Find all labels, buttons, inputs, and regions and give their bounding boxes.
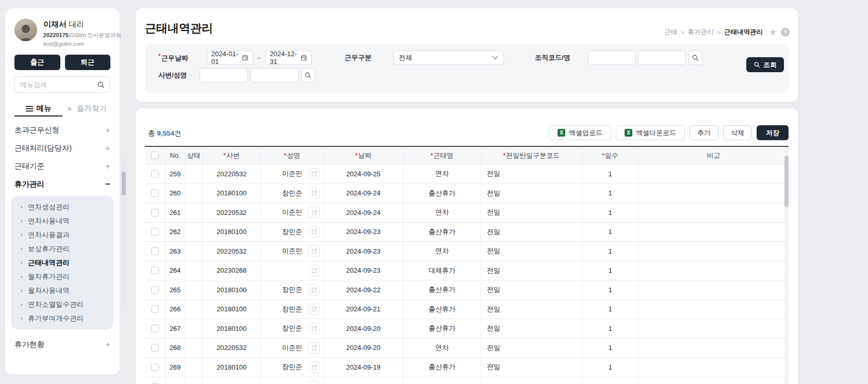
row-checkbox[interactable] [151, 363, 159, 371]
open-detail-button[interactable] [308, 226, 320, 238]
row-checkbox[interactable] [151, 286, 159, 294]
row-checkbox[interactable] [151, 209, 159, 216]
table-card: 총 9,554건 X 엑셀업로드 X 엑셀다운로드 추가 삭제 저장 No. 상… [136, 108, 798, 384]
row-checkbox[interactable] [151, 344, 159, 352]
subnav-item[interactable]: 보상휴가관리 [11, 242, 113, 256]
open-detail-button[interactable] [308, 284, 320, 295]
emp-no-input[interactable] [200, 68, 248, 82]
row-checkbox-cell [145, 300, 166, 319]
row-checkbox-cell [145, 203, 166, 222]
subnav-item[interactable]: 연차사용결과 [11, 228, 113, 242]
clock-out-button[interactable]: 퇴근 [65, 55, 111, 70]
emp-name-input[interactable] [250, 68, 299, 82]
row-checkbox[interactable] [151, 247, 159, 255]
nav-item[interactable]: 근태기준 + [14, 157, 110, 175]
open-detail-button[interactable] [308, 265, 320, 276]
work-date-to-input[interactable]: 2024-12-31 [265, 51, 312, 65]
calendar-icon[interactable] [242, 54, 249, 61]
cell-status [185, 223, 203, 242]
expander-icon[interactable]: + [105, 125, 110, 136]
org-search-button[interactable] [689, 51, 702, 65]
expander-icon[interactable]: + [105, 143, 110, 154]
breadcrumb-item[interactable]: 휴가관리 [688, 28, 714, 37]
cell-name-text: 이준민 [282, 208, 302, 217]
external-link-icon [312, 326, 317, 331]
org-name-input[interactable] [638, 51, 686, 65]
cell-emp-no: 20180100 [203, 319, 261, 338]
nav-item[interactable]: 휴가현황 + [14, 336, 110, 354]
open-detail-button[interactable] [308, 188, 320, 199]
subnav-item[interactable]: 연차생성관리 [11, 200, 113, 214]
delete-button[interactable]: 삭제 [723, 125, 752, 140]
add-button[interactable]: 추가 [690, 125, 718, 140]
expander-icon[interactable]: + [105, 340, 110, 350]
row-checkbox[interactable] [151, 228, 159, 236]
work-date-from-input[interactable]: 2024-01-01 [207, 51, 253, 65]
table-scrollbar-thumb[interactable] [784, 156, 789, 207]
external-link-icon [312, 210, 317, 215]
sidebar-scrollbar-thumb[interactable] [122, 172, 126, 195]
open-detail-button[interactable] [308, 342, 320, 354]
work-type-select[interactable]: 전체 [393, 51, 504, 65]
excel-upload-button[interactable]: X 엑셀업로드 [549, 125, 611, 140]
breadcrumb-item[interactable]: 근태 [664, 28, 677, 37]
search-icon [754, 61, 760, 68]
nav-item[interactable]: 휴가관리 − [14, 175, 110, 193]
open-detail-button[interactable] [308, 168, 320, 179]
cell-no: 267 [166, 319, 185, 338]
row-checkbox[interactable] [151, 266, 159, 274]
cell-days: 1 [582, 280, 638, 299]
save-button[interactable]: 저장 [757, 125, 789, 140]
calendar-icon[interactable] [301, 54, 307, 61]
subnav-item[interactable]: 월차사용내역 [11, 283, 113, 297]
row-checkbox[interactable] [151, 189, 159, 197]
favorite-star-icon[interactable]: ★ [768, 27, 777, 37]
open-detail-button[interactable] [308, 245, 320, 257]
cell-no: 266 [166, 300, 185, 319]
tab-menu[interactable]: 메뉴 [14, 102, 62, 116]
cell-date: 2024-09-21 [324, 300, 403, 319]
date-range-separator: ~ [257, 54, 261, 62]
emp-search-label: 사번/성명 [158, 71, 187, 80]
subnav-item-label: 월차휴가관리 [28, 272, 70, 281]
cell-no: 268 [166, 339, 185, 358]
open-detail-button[interactable] [308, 323, 320, 334]
subnav-item[interactable]: 근태내역관리 [11, 256, 113, 270]
select-all-checkbox[interactable] [151, 152, 159, 159]
table-row: 264 20230268 2024-09-23 대체휴가 전일 1 [145, 261, 789, 281]
cell-day-type: 전일 [481, 184, 582, 203]
subnav-item[interactable]: 연차소멸일수관리 [11, 297, 113, 311]
nav-item[interactable]: 근태처리(담당자) + [14, 139, 110, 157]
open-detail-button[interactable] [308, 361, 320, 373]
row-checkbox[interactable] [151, 170, 159, 178]
excel-download-button[interactable]: X 엑셀다운로드 [616, 125, 685, 140]
org-code-input[interactable] [588, 51, 636, 65]
subnav-item[interactable]: 월차휴가관리 [11, 270, 113, 283]
cell-no: 263 [166, 242, 185, 261]
breadcrumb-separator: > [681, 29, 684, 36]
emp-search-button[interactable] [301, 68, 315, 82]
nav-item[interactable]: 초과근무신청 + [14, 121, 110, 139]
avatar [14, 19, 37, 41]
tab-favorites[interactable]: ★ 즐겨찾기 [62, 102, 110, 116]
clock-in-button[interactable]: 출근 [14, 55, 60, 70]
open-detail-button[interactable] [308, 304, 320, 315]
subnav-item[interactable]: 휴가부여개수관리 [11, 311, 113, 325]
subnav-item[interactable]: 연차사용내역 [11, 214, 113, 228]
open-detail-button[interactable] [308, 381, 320, 384]
total-count-value: 9,554 [157, 129, 174, 137]
cell-leave-type: 출산휴가 [403, 358, 481, 377]
cell-days: 1 [582, 339, 638, 358]
expander-icon[interactable]: − [105, 179, 110, 190]
search-icon[interactable] [97, 81, 105, 89]
expander-icon[interactable]: + [105, 161, 110, 172]
required-marker: * [284, 152, 287, 159]
row-checkbox[interactable] [151, 305, 159, 313]
row-checkbox[interactable] [151, 325, 159, 332]
tab-favorites-label: 즐겨찾기 [77, 104, 107, 113]
cell-status [185, 184, 203, 203]
open-detail-button[interactable] [308, 207, 320, 218]
help-icon[interactable]: ? [781, 28, 790, 37]
nav-item-label: 근태처리(담당자) [14, 143, 72, 153]
menu-search-input[interactable] [20, 81, 97, 89]
